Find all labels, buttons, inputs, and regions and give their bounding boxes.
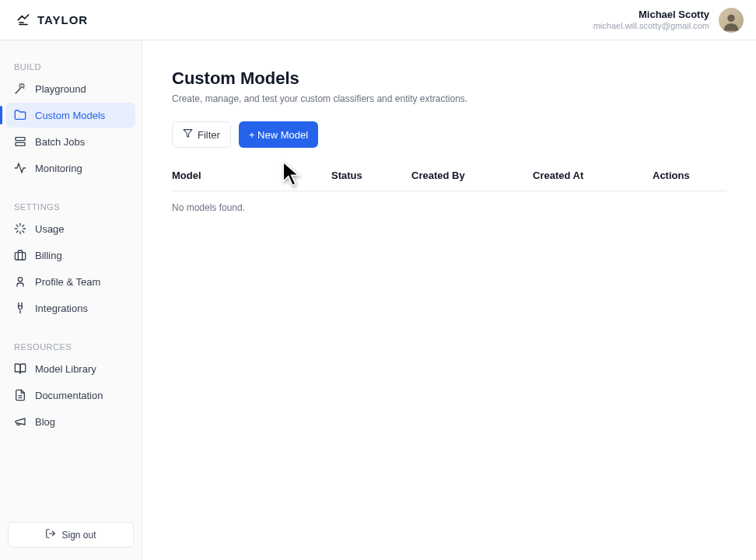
column-header-model[interactable]: Model [172, 170, 331, 181]
svg-rect-3 [15, 253, 25, 260]
sidebar-item-documentation[interactable]: Documentation [6, 383, 135, 408]
avatar[interactable] [719, 8, 744, 33]
sidebar-item-playground[interactable]: Playground [6, 76, 135, 101]
activity-icon [14, 162, 26, 174]
sidebar-item-label: Profile & Team [35, 276, 100, 288]
logo-icon [16, 11, 31, 30]
wand-icon [14, 82, 26, 95]
new-model-label: + New Model [249, 129, 308, 141]
folder-icon [14, 109, 26, 121]
sidebar-item-label: Billing [35, 250, 62, 261]
svg-point-0 [727, 14, 734, 21]
app-header: TAYLOR Michael Scotty michael.will.scott… [0, 0, 756, 40]
user-email: michael.will.scotty@gmail.com [593, 21, 709, 31]
section-label-resources: RESOURCES [6, 336, 135, 356]
svg-rect-2 [16, 142, 25, 145]
sidebar-item-monitoring[interactable]: Monitoring [6, 156, 135, 180]
column-header-status[interactable]: Status [331, 170, 411, 181]
layers-icon [14, 135, 26, 148]
main-content: Custom Models Create, manage, and test y… [142, 40, 756, 560]
plug-icon [14, 302, 26, 314]
sidebar-item-custom-models[interactable]: Custom Models [6, 103, 135, 128]
column-header-actions: Actions [653, 170, 726, 181]
section-label-build: BUILD [6, 56, 135, 76]
sidebar-item-profile-team[interactable]: Profile & Team [6, 269, 135, 294]
book-icon [14, 362, 26, 375]
column-header-created-by[interactable]: Created By [411, 170, 533, 181]
logout-icon [45, 528, 56, 541]
filter-label: Filter [198, 129, 220, 141]
sidebar-item-blog[interactable]: Blog [6, 409, 135, 434]
sidebar-item-label: Monitoring [35, 163, 82, 174]
toolbar: Filter + New Model [172, 121, 726, 148]
sidebar-item-label: Blog [35, 416, 55, 428]
page-subtitle: Create, manage, and test your custom cla… [172, 93, 726, 104]
sidebar-item-label: Documentation [35, 390, 103, 401]
gauge-icon [14, 222, 26, 235]
sidebar-item-integrations[interactable]: Integrations [6, 296, 135, 320]
svg-point-4 [18, 278, 22, 282]
file-text-icon [14, 389, 26, 401]
svg-marker-8 [184, 130, 192, 138]
megaphone-icon [14, 415, 26, 428]
filter-button[interactable]: Filter [172, 121, 231, 148]
sidebar-item-model-library[interactable]: Model Library [6, 356, 135, 381]
section-label-settings: SETTINGS [6, 196, 135, 216]
user-menu[interactable]: Michael Scotty michael.will.scotty@gmail… [593, 8, 744, 33]
sign-out-label: Sign out [61, 530, 96, 541]
brand-logo[interactable]: TAYLOR [16, 11, 88, 30]
table-header: Model Status Created By Created At Actio… [172, 170, 726, 191]
sidebar-item-batch-jobs[interactable]: Batch Jobs [6, 129, 135, 154]
sidebar-item-label: Playground [35, 83, 86, 95]
empty-state: No models found. [172, 191, 726, 224]
sidebar-item-label: Custom Models [35, 110, 105, 121]
svg-rect-1 [16, 138, 25, 141]
column-header-created-at[interactable]: Created At [533, 170, 653, 181]
filter-icon [183, 128, 193, 141]
sidebar-item-label: Usage [35, 223, 65, 235]
brand-name: TAYLOR [37, 13, 88, 26]
user-name: Michael Scotty [593, 9, 709, 21]
briefcase-icon [14, 249, 26, 261]
page-title: Custom Models [172, 68, 726, 89]
user-icon [14, 275, 26, 288]
sidebar: BUILD Playground Custom Models [0, 40, 142, 560]
sidebar-item-usage[interactable]: Usage [6, 216, 135, 241]
sidebar-item-label: Model Library [35, 363, 96, 375]
new-model-button[interactable]: + New Model [239, 121, 318, 148]
sidebar-item-label: Integrations [35, 303, 88, 314]
sidebar-item-label: Batch Jobs [35, 136, 85, 148]
sign-out-button[interactable]: Sign out [8, 522, 134, 548]
sidebar-item-billing[interactable]: Billing [6, 243, 135, 268]
